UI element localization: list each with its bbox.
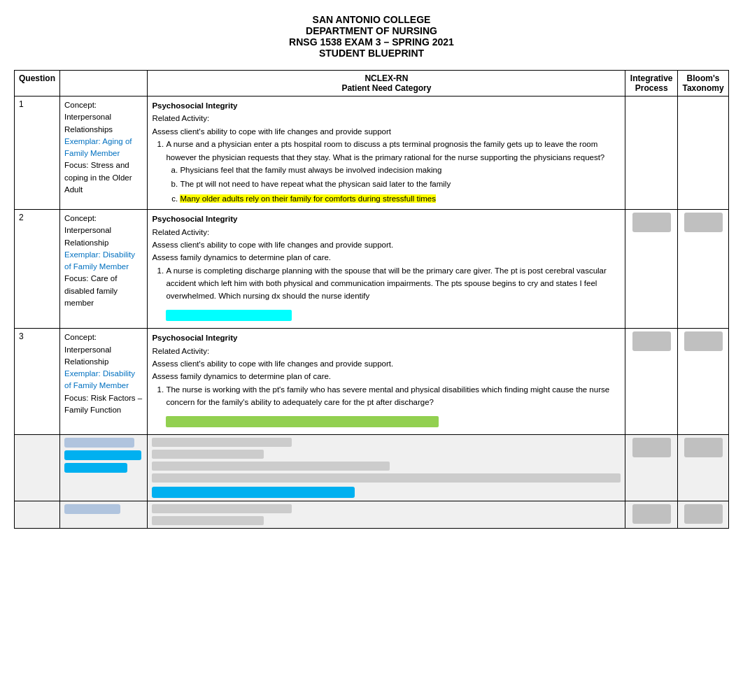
row2-concept-title: Concept: Interpersonal Relationship [64,213,143,249]
table-row [15,501,729,528]
row4-concept [60,434,148,501]
row3-question-list: The nurse is working with the pt's famil… [166,383,621,430]
row2-integrative [625,210,678,329]
row4-number [15,434,60,501]
row5-blooms [678,501,729,528]
row3-exemplar: Exemplar: Disability of Family Member [64,368,143,392]
row2-related-activity: Related Activity: [152,226,621,238]
row2-nclex-category: Psychosocial Integrity [152,213,621,225]
row3-correct-answer [166,416,439,427]
row3-assess1: Assess client's ability to cope with lif… [152,357,621,370]
table-header-row: Question NCLEX-RN Patient Need Category … [15,71,729,97]
row1-focus: Focus: Stress and coping in the Older Ad… [64,159,143,196]
row1-integrative [625,97,678,210]
row3-concept: Concept: Interpersonal Relationship Exem… [60,329,148,435]
row2-question: A nurse is completing discharge planning… [166,264,621,324]
row1-answer-b: The pt will not need to have repeat what… [180,178,621,190]
row3-integrative-blurred [632,331,671,351]
row2-nclex: Psychosocial Integrity Related Activity:… [148,210,625,329]
table-row: 2 Concept: Interpersonal Relationship Ex… [15,210,729,329]
blueprint-table: Question NCLEX-RN Patient Need Category … [14,70,729,529]
col-header-blooms: Bloom's Taxonomy [678,71,729,97]
row1-answer-c: Many older adults rely on their family f… [180,192,621,205]
row4-blooms-blurred [684,438,723,457]
row1-blooms [678,97,729,210]
row1-nclex-category: Psychosocial Integrity [152,99,621,112]
row4-integrative-blurred [632,438,671,457]
row5-nclex [148,501,625,528]
row5-number [15,501,60,528]
department-name: DEPARTMENT OF NURSING [14,25,729,36]
row4-integrative [625,434,678,501]
row3-number: 3 [15,329,60,435]
row2-concept: Concept: Interpersonal Relationship Exem… [60,210,148,329]
course-info: RNSG 1538 EXAM 3 – SPRING 2021 [14,36,729,48]
row2-blooms [678,210,729,329]
row4-blooms [678,434,729,501]
row3-integrative [625,329,678,435]
col-header-question: Question [15,71,60,97]
row1-answer-list: Physicians feel that the family must alw… [180,164,621,205]
col-header-concept [60,71,148,97]
row1-concept: Concept: Interpersonal Relationships Exe… [60,97,148,210]
row1-concept-title: Concept: Interpersonal Relationships [64,99,143,136]
row3-blooms [678,329,729,435]
row2-number: 2 [15,210,60,329]
document-title: STUDENT BLUEPRINT [14,48,729,59]
table-row: 1 Concept: Interpersonal Relationships E… [15,97,729,210]
row3-question: The nurse is working with the pt's famil… [166,383,621,430]
row1-question: A nurse and a physician enter a pts hosp… [166,138,621,205]
row3-assess2: Assess family dynamics to determine plan… [152,370,621,383]
row1-question-list: A nurse and a physician enter a pts hosp… [166,138,621,205]
row5-blooms-blurred [684,504,723,524]
row2-focus: Focus: Care of disabled family member [64,273,143,309]
row2-integrative-blurred [632,213,671,232]
table-row: 3 Concept: Interpersonal Relationship Ex… [15,329,729,435]
row5-integrative [625,501,678,528]
table-row [15,434,729,501]
college-name: SAN ANTONIO COLLEGE [14,14,729,25]
row5-concept [60,501,148,528]
row1-number: 1 [15,97,60,210]
row3-related-activity: Related Activity: [152,345,621,357]
row2-assess2: Assess family dynamics to determine plan… [152,251,621,264]
row2-correct-answer [166,310,292,321]
row1-assess: Assess client's ability to cope with lif… [152,125,621,138]
row1-exemplar: Exemplar: Aging of Family Member [64,136,143,160]
col-header-nclex: NCLEX-RN Patient Need Category [148,71,625,97]
row1-correct-answer: Many older adults rely on their family f… [180,194,436,203]
row3-concept-title: Concept: Interpersonal Relationship [64,331,143,368]
row2-blooms-blurred [684,213,723,232]
row4-nclex [148,434,625,501]
page-header: SAN ANTONIO COLLEGE DEPARTMENT OF NURSIN… [14,14,729,59]
row2-question-list: A nurse is completing discharge planning… [166,264,621,324]
row2-assess1: Assess client's ability to cope with lif… [152,238,621,251]
row1-related-activity: Related Activity: [152,112,621,124]
row1-nclex: Psychosocial Integrity Related Activity:… [148,97,625,210]
row3-focus: Focus: Risk Factors – Family Function [64,392,143,417]
row3-blooms-blurred [684,331,723,351]
row3-nclex-category: Psychosocial Integrity [152,331,621,344]
row1-answer-a: Physicians feel that the family must alw… [180,164,621,176]
col-header-integrative: Integrative Process [625,71,678,97]
row5-integrative-blurred [632,504,671,524]
row2-exemplar: Exemplar: Disability of Family Member [64,249,143,273]
row3-nclex: Psychosocial Integrity Related Activity:… [148,329,625,435]
